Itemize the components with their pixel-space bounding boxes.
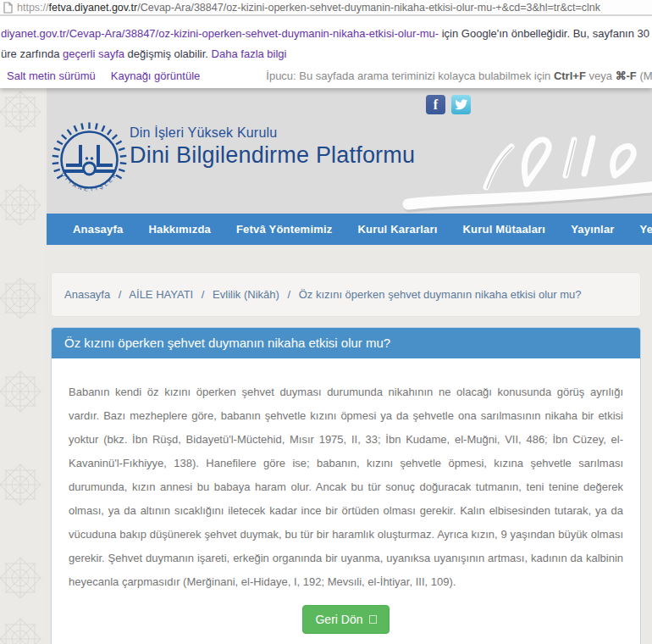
council-name: Din İşleri Yüksek Kurulu xyxy=(130,125,415,141)
more-info-link[interactable]: Daha fazla bilgi xyxy=(212,47,287,60)
go-back-button[interactable]: Geri Dön xyxy=(302,605,389,634)
question-title: Öz kızını öperken şehvet duymanın nikaha… xyxy=(52,328,640,358)
svg-text:D İ Y A N E T İ Ş L E R İ B: D İ Y A N E T İ Ş L E R İ B A Ş K A N L … xyxy=(48,119,119,192)
geometric-pattern-background xyxy=(0,88,44,644)
page-content-column: D İ Y A N E T İ Ş L E R İ B A Ş K A N L … xyxy=(47,88,652,644)
current-page-link[interactable]: geçerli sayfa xyxy=(63,47,124,60)
main-navigation: Anasayfa Hakkımızda Fetvâ Yöntemimiz Kur… xyxy=(47,214,652,245)
site-title-block: Din İşleri Yüksek Kurulu Dini Bilgilendi… xyxy=(130,125,415,169)
breadcrumb-separator: / xyxy=(287,288,290,301)
nav-item-yetkili-giris[interactable]: Yetkili Giriş xyxy=(627,223,652,236)
twitter-icon[interactable] xyxy=(451,95,471,114)
cache-toolbar-row: Salt metin sürümü Kaynağı görüntüle İpuc… xyxy=(7,69,652,82)
question-panel: Öz kızını öperken şehvet duymanın nikaha… xyxy=(51,327,641,644)
nav-item-kurul-mutaalari[interactable]: Kurul Mütaaları xyxy=(450,223,559,236)
platform-name: Dini Bilgilendirme Platformu xyxy=(130,142,415,169)
arabic-calligraphy-watermark xyxy=(384,125,652,214)
cached-page: D İ Y A N E T İ Ş L E R İ B A Ş K A N L … xyxy=(0,88,652,644)
site-header: D İ Y A N E T İ Ş L E R İ B A Ş K A N L … xyxy=(47,88,652,214)
breadcrumb-separator: / xyxy=(202,288,205,301)
breadcrumb-anasayfa[interactable]: Anasayfa xyxy=(64,288,110,301)
facebook-icon[interactable]: f xyxy=(426,95,445,114)
breadcrumb-separator: / xyxy=(119,288,122,301)
text-only-version-link[interactable]: Salt metin sürümü xyxy=(7,69,96,82)
go-back-label: Geri Dön xyxy=(315,613,362,626)
button-row: Geri Dön xyxy=(52,597,640,644)
google-cache-banner: diyanet.gov.tr/Cevap-Ara/38847/oz-kizini… xyxy=(0,16,652,88)
view-source-link[interactable]: Kaynağı görüntüle xyxy=(111,69,201,82)
page-document-icon xyxy=(3,2,13,14)
browser-address-bar[interactable]: https://fetva.diyanet.gov.tr/Cevap-Ara/3… xyxy=(0,0,652,16)
url-text: https://fetva.diyanet.gov.tr/Cevap-Ara/3… xyxy=(17,2,600,14)
answer-text: Babanın kendi öz kızını öperken şehvet d… xyxy=(52,358,640,597)
breadcrumb-current-question: Öz kızını öperken şehvet duymanın nikaha… xyxy=(299,288,582,301)
breadcrumb-aile-hayati[interactable]: AİLE HAYATI xyxy=(129,288,193,301)
social-icons: f xyxy=(426,95,471,114)
nav-item-kurul-kararlari[interactable]: Kurul Kararları xyxy=(345,223,450,236)
breadcrumb-evlilik-nikah[interactable]: Evlilik (Nikâh) xyxy=(213,288,279,301)
cached-url-link[interactable]: diyanet.gov.tr/Cevap-Ara/38847/oz-kizini… xyxy=(1,27,439,40)
nav-item-fetva-yontemimiz[interactable]: Fetvâ Yöntemimiz xyxy=(224,223,345,236)
breadcrumb: Anasayfa / AİLE HAYATI / Evlilik (Nikâh)… xyxy=(51,272,641,317)
search-tip-text: İpucu: Bu sayfada arama teriminizi kolay… xyxy=(266,69,652,82)
cache-notice-line1: diyanet.gov.tr/Cevap-Ara/38847/oz-kizini… xyxy=(1,27,652,40)
cache-notice-line2: üre zarfında geçerli sayfa değişmiş olab… xyxy=(1,47,652,60)
nav-item-yayinlar[interactable]: Yayınlar xyxy=(558,223,627,236)
diyanet-logo: D İ Y A N E T İ Ş L E R İ B A Ş K A N L … xyxy=(48,119,130,201)
nav-item-anasayfa[interactable]: Anasayfa xyxy=(60,223,135,236)
nav-item-hakkimizda[interactable]: Hakkımızda xyxy=(135,223,224,236)
missing-glyph-icon xyxy=(369,615,377,624)
